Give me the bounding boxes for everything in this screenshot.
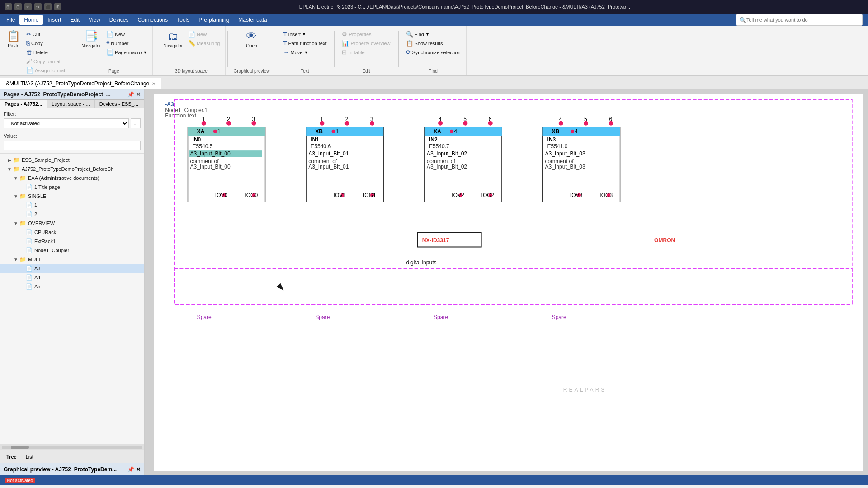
property-overview-icon: 📊 [342,40,349,47]
h-scroll[interactable] [0,444,144,450]
navigator-3d-icon: 🗂 [168,30,179,42]
tab-main-close[interactable]: ✕ [152,81,156,86]
module-pin-xa [213,130,217,133]
tree-label-node1: Node1_Coupler [34,248,69,253]
menu-insert[interactable]: Insert [43,15,66,25]
menu-connections[interactable]: Connections [133,15,173,25]
in-table-button[interactable]: ⊞ In table [340,48,392,56]
ribbon-divider-3 [227,31,228,67]
copy-format-label: Copy format [33,59,61,64]
page-macro-button[interactable]: 📃 Page macro ▼ [104,48,149,56]
paste-button[interactable]: 📋 Paste [4,28,24,50]
outer-dashed-box [174,99,852,304]
insert-text-button[interactable]: T Insert ▼ [282,30,329,38]
tree-item-node1[interactable]: 📄 Node1_Coupler [0,246,144,255]
cut-button[interactable]: ✂ Cut [24,30,67,38]
pin-3-label: 3 [252,116,255,122]
path-function-button[interactable]: T Path function text [282,39,329,47]
assign-format-icon: 📄 [26,67,33,74]
page-macro-dropdown[interactable]: ▼ [143,50,147,55]
tree-container: ▶ 📁 ESS_Sample_Project ▼ 📁 AJ752_ProtoTy… [0,154,144,444]
tree-item-a3[interactable]: 📄 A3 [0,264,144,273]
clipboard-buttons: 📋 Paste ✂ Cut ⎘ Copy 🗑 Delete 🖌 [4,28,67,76]
navigator-page-button[interactable]: 📑 Navigator [79,28,104,50]
bottom-panel-close-icon[interactable]: ✕ [136,466,141,473]
menu-preplanning[interactable]: Pre-planning [194,15,234,25]
tree-item-aj752[interactable]: ▼ 📁 AJ752_ProtoTypeDemoProject_BeforeCh [0,164,144,174]
cut-icon: ✂ [26,31,31,38]
page-a4-icon: 📄 [25,274,33,281]
tree-item-ess[interactable]: ▶ 📁 ESS_Sample_Project [0,155,144,164]
pin-1-label: 1 [202,116,205,122]
delete-button[interactable]: 🗑 Delete [24,48,67,56]
synchronize-button[interactable]: ⟳ Synchronize selection [404,48,462,56]
tab-tree[interactable]: Tree [4,453,19,460]
properties-button[interactable]: ⚙ Properties [340,30,392,38]
page-2-icon: 📄 [25,211,33,218]
graphical-group-label: Graphical preview [233,67,269,74]
number-button[interactable]: # Number [104,39,149,47]
menu-tools[interactable]: Tools [172,15,194,25]
move-button[interactable]: ↔ Move ▼ [282,48,329,56]
copy-format-button[interactable]: 🖌 Copy format [24,57,67,66]
search-bar[interactable]: 🔍 [736,14,863,26]
new-3d-button[interactable]: 📄 New [186,30,222,38]
synchronize-label: Synchronize selection [412,50,461,55]
show-results-button[interactable]: 📋 Show results [404,39,462,47]
find-button[interactable]: 🔍 Find ▼ [404,30,462,38]
menu-edit[interactable]: Edit [66,15,84,25]
tree-label-eaa: EAA (Administrative documents) [28,175,99,181]
sub-tab-layout[interactable]: Layout space - ... [47,100,94,108]
tree-item-a4[interactable]: 📄 A4 [0,273,144,282]
page-cpurack-icon: 📄 [25,229,33,236]
tree-item-multi[interactable]: ▼ 📁 MULTI [0,255,144,264]
tree-item-a5[interactable]: 📄 A5 [0,282,144,291]
comment-4b: A3_Input_Bit_03 [545,164,585,170]
iog3-label: IOG3 [599,192,613,198]
menu-masterdata[interactable]: Master data [234,15,271,25]
sub-tab-pages[interactable]: Pages - AJ752... [0,100,47,108]
filter-settings-button[interactable]: ... [131,118,141,128]
search-input[interactable] [746,17,859,23]
tree-item-overview[interactable]: ▼ 📁 OVERVIEW [0,219,144,228]
open-preview-button[interactable]: 👁 Open [241,28,261,50]
copy-icon: ⎘ [26,40,30,47]
tree-item-cpurack[interactable]: 📄 CPURack [0,228,144,237]
tab-main[interactable]: &MULTI/A3 (AJ752_ProtoTypeDemoProject_Be… [0,78,161,89]
tree-item-eaa[interactable]: ▼ 📁 EAA (Administrative documents) [0,174,144,183]
filter-select[interactable]: - Not activated - [4,118,129,128]
panel-close-icon[interactable]: ✕ [136,91,141,98]
tree-item-single[interactable]: ▼ 📁 SINGLE [0,192,144,201]
tab-list[interactable]: List [23,453,36,460]
inner-dashed-box [174,269,852,305]
new-page-button[interactable]: 📄 New [104,30,149,38]
icon-6: ⊞ [54,3,61,10]
comment-2b: A3_Input_Bit_01 [308,164,349,170]
menu-file[interactable]: File [2,15,19,25]
menu-devices[interactable]: Devices [105,15,133,25]
menu-home[interactable]: Home [19,15,43,25]
canvas-area[interactable]: -A3 Node1_Coupler.1 Function text 1 2 3 [145,89,868,475]
panel-pin-icon[interactable]: 📌 [127,91,134,98]
module-pin-num-3: 4 [454,128,457,135]
sub-tab-devices[interactable]: Devices - ESS_... [95,100,143,108]
find-dropdown[interactable]: ▼ [425,32,429,37]
value-input[interactable] [4,141,141,150]
copy-button[interactable]: ⎘ Copy [24,39,67,47]
property-overview-button[interactable]: 📊 Property overview [340,39,392,47]
measuring-button[interactable]: 📏 Measuring [186,39,222,47]
menu-view[interactable]: View [84,15,105,25]
device-name-3: A3_Input_Bit_02 [427,150,467,157]
bottom-panel-pin-icon[interactable]: 📌 [127,466,134,473]
move-dropdown[interactable]: ▼ [304,50,308,55]
ribbon-group-clipboard: 📋 Paste ✂ Cut ⎘ Copy 🗑 Delete 🖌 [0,26,71,75]
function-text: Function text [165,113,197,119]
tree-item-extrack1[interactable]: 📄 ExtRack1 [0,237,144,246]
tree-item-2[interactable]: 📄 2 [0,210,144,219]
navigator-3d-button[interactable]: 🗂 Navigator [160,28,185,50]
iov1-label: IOV1 [334,192,346,198]
tree-item-1[interactable]: 📄 1 [0,201,144,210]
insert-text-dropdown[interactable]: ▼ [302,32,306,37]
tree-item-title[interactable]: 📄 1 Title page [0,183,144,192]
assign-format-button[interactable]: 📄 Assign format [24,66,67,75]
